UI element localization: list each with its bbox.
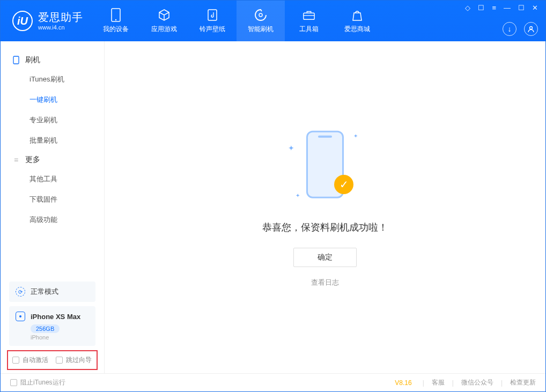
- header-right: ◇ ☐ ≡ — ☐ ✕ ↓: [465, 1, 545, 41]
- svg-point-3: [259, 13, 262, 17]
- header: iU 爱思助手 www.i4.cn 我的设备 应用游戏 铃声壁纸 智能刷机: [1, 1, 545, 41]
- version-label: V8.16: [395, 379, 411, 387]
- checkmark-icon: ✓: [334, 175, 353, 194]
- footer-links: V8.16 | 客服 | 微信公众号 | 检查更新: [395, 378, 536, 387]
- app-window: iU 爱思助手 www.i4.cn 我的设备 应用游戏 铃声壁纸 智能刷机: [0, 0, 546, 392]
- success-illustration: ✦ ✦ ✦ ✓: [285, 128, 365, 208]
- minimize-icon[interactable]: —: [504, 4, 511, 12]
- sidebar-section-more: ≡ 更多: [1, 151, 104, 169]
- device-card[interactable]: iPhone XS Max 256GB iPhone: [9, 306, 95, 346]
- brand[interactable]: iU 爱思助手 www.i4.cn: [1, 1, 92, 41]
- store-icon: [351, 9, 364, 21]
- user-icon[interactable]: [524, 22, 538, 36]
- checkbox-skip-guide[interactable]: 跳过向导: [56, 356, 92, 365]
- toolbox-icon: [302, 9, 315, 21]
- sidebar: 刷机 iTunes刷机 一键刷机 专业刷机 批量刷机 ≡ 更多 其他工具 下载固…: [1, 41, 105, 373]
- footer-link-update[interactable]: 检查更新: [510, 378, 536, 387]
- svg-rect-4: [304, 13, 314, 19]
- nav-ringtones-wallpapers[interactable]: 铃声壁纸: [188, 1, 237, 41]
- sidebar-section-flash: 刷机: [1, 51, 104, 69]
- main-content: ✦ ✦ ✦ ✓ 恭喜您，保资料刷机成功啦！ 确定 查看日志: [105, 41, 545, 373]
- footer-link-service[interactable]: 客服: [432, 378, 445, 387]
- checkbox-auto-activate[interactable]: 自动激活: [12, 356, 48, 365]
- close-icon[interactable]: ✕: [532, 4, 538, 12]
- window-controls: ◇ ☐ ≡ — ☐ ✕: [465, 4, 538, 12]
- brand-title: 爱思助手: [38, 11, 83, 23]
- nav-my-device[interactable]: 我的设备: [92, 1, 140, 41]
- skin-icon[interactable]: ◇: [465, 4, 470, 12]
- checkbox-icon: [56, 357, 63, 364]
- sidebar-item-itunes-flash[interactable]: iTunes刷机: [1, 69, 104, 90]
- user-controls: ↓: [465, 22, 538, 36]
- nav-toolbox[interactable]: 工具箱: [285, 1, 333, 41]
- feedback-icon[interactable]: ☐: [478, 4, 484, 12]
- ok-button[interactable]: 确定: [293, 248, 357, 267]
- status-mode-card[interactable]: ⟳ 正常模式: [9, 282, 95, 302]
- footer: 阻止iTunes运行 V8.16 | 客服 | 微信公众号 | 检查更新: [1, 373, 545, 391]
- success-message: 恭喜您，保资料刷机成功啦！: [262, 221, 388, 234]
- sparkle-icon: ✦: [353, 133, 358, 139]
- sparkle-icon: ✦: [288, 144, 294, 152]
- phone-outline-icon: [12, 56, 20, 64]
- music-icon: [206, 9, 219, 21]
- svg-point-5: [530, 27, 533, 29]
- sidebar-item-batch-flash[interactable]: 批量刷机: [1, 130, 104, 151]
- top-nav: 我的设备 应用游戏 铃声壁纸 智能刷机 工具箱 爱思商城: [92, 1, 381, 41]
- nav-store[interactable]: 爱思商城: [333, 1, 381, 41]
- footer-link-wechat[interactable]: 微信公众号: [461, 378, 493, 387]
- sidebar-item-pro-flash[interactable]: 专业刷机: [1, 110, 104, 130]
- maximize-icon[interactable]: ☐: [518, 4, 525, 12]
- device-type: iPhone: [31, 334, 89, 341]
- device-card-icon: [16, 312, 25, 321]
- view-log-link[interactable]: 查看日志: [311, 278, 339, 287]
- highlighted-checkbox-row: 自动激活 跳过向导: [7, 350, 98, 370]
- brand-logo-icon: iU: [12, 11, 33, 31]
- device-storage-badge: 256GB: [31, 324, 60, 333]
- sidebar-item-oneclick-flash[interactable]: 一键刷机: [1, 90, 104, 110]
- nav-smart-flash[interactable]: 智能刷机: [237, 1, 285, 41]
- cube-icon: [158, 9, 171, 21]
- device-name: iPhone XS Max: [31, 313, 80, 321]
- sidebar-item-download-firmware[interactable]: 下载固件: [1, 189, 104, 210]
- sidebar-item-advanced[interactable]: 高级功能: [1, 210, 104, 230]
- brand-subtitle: www.i4.cn: [38, 24, 83, 31]
- checkbox-block-itunes[interactable]: 阻止iTunes运行: [10, 378, 65, 387]
- sparkle-icon: ✦: [296, 193, 300, 198]
- checkbox-icon: [10, 379, 17, 386]
- menu-icon[interactable]: ≡: [492, 4, 496, 12]
- svg-point-1: [115, 19, 116, 20]
- sidebar-item-other-tools[interactable]: 其他工具: [1, 169, 104, 189]
- nav-apps-games[interactable]: 应用游戏: [140, 1, 188, 41]
- svg-rect-6: [13, 56, 19, 64]
- status-mode-label: 正常模式: [31, 287, 58, 297]
- refresh-icon: [254, 9, 267, 21]
- checkbox-icon: [12, 357, 19, 364]
- download-icon[interactable]: ↓: [503, 22, 517, 36]
- body: 刷机 iTunes刷机 一键刷机 专业刷机 批量刷机 ≡ 更多 其他工具 下载固…: [1, 41, 545, 373]
- mode-icon: ⟳: [16, 287, 25, 297]
- hamburger-icon: ≡: [12, 156, 20, 164]
- device-icon: [109, 9, 122, 21]
